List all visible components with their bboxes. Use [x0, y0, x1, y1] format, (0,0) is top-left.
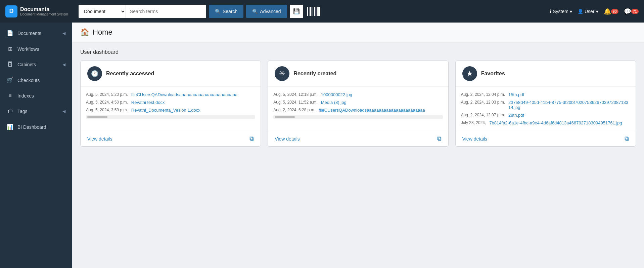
doc-date: Aug. 5, 2024, 4:50 p.m. [86, 100, 128, 105]
favorites-footer: View details ⧉ [456, 131, 636, 146]
search-icon: 🔍 [215, 9, 221, 14]
notifications-area: 🔔 90 [604, 8, 618, 15]
advanced-button[interactable]: 🔍 Advanced [246, 5, 287, 18]
cards-grid: 🕐 Recently accessed Aug. 5, 2024, 5:20 p… [80, 61, 636, 147]
user-avatar-icon: 👤 [578, 9, 583, 14]
doc-date: Aug. 2, 2024, 12:07 p.m. [461, 113, 505, 118]
doc-link[interactable]: fileCUsersQADownloadsaaaaaaaaaaaaaaaaaaa… [319, 108, 425, 113]
barcode-icon [307, 6, 321, 17]
external-link-icon[interactable]: ⧉ [249, 135, 254, 142]
doc-link[interactable]: 1000000022.jpg [321, 92, 352, 97]
main-content: 🏠 Home User dashboard 🕐 Recently accesse… [72, 23, 644, 268]
dashboard-section: User dashboard 🕐 Recently accessed Aug. … [72, 42, 644, 153]
list-item: Aug. 5, 2024, 11:52 a.m. Media (8).jpg [273, 99, 443, 106]
page-header: 🏠 Home [72, 23, 644, 42]
logo-area: D Documanta Document Management System [5, 5, 76, 17]
svg-rect-4 [313, 7, 313, 16]
horizontal-scrollbar[interactable] [273, 115, 443, 119]
recently-accessed-card: 🕐 Recently accessed Aug. 5, 2024, 5:20 p… [80, 61, 261, 147]
search-wrapper: Document All Title Content [79, 5, 206, 18]
tags-icon: 🏷 [7, 108, 13, 114]
search-type-select[interactable]: Document All Title Content [79, 5, 126, 18]
messages-badge: 71 [631, 9, 639, 14]
barcode-button[interactable] [306, 5, 322, 18]
sidebar-item-checkouts[interactable]: 🛒 Checkouts [0, 72, 72, 88]
list-item: Aug. 5, 2024, 12:18 p.m. 1000000022.jpg [273, 91, 443, 99]
horizontal-scrollbar-thumb [87, 116, 107, 118]
recently-accessed-scroll[interactable]: Aug. 5, 2024, 5:20 p.m. fileCUsersQADown… [86, 91, 255, 114]
doc-date: Aug. 2, 2024, 12:03 p.m. [461, 100, 505, 110]
svg-rect-3 [312, 7, 312, 16]
favorites-card: ★ Favorites Aug. 2, 2024, 12:04 p.m. 15t… [455, 61, 636, 147]
sidebar-item-documents[interactable]: 📄 Documents ◀ [0, 25, 72, 41]
recently-created-scroll[interactable]: Aug. 5, 2024, 12:18 p.m. 1000000022.jpg … [273, 91, 443, 114]
sidebar-item-workflows-label: Workflows [17, 46, 39, 52]
sidebar-item-tags-label: Tags [17, 109, 28, 114]
svg-rect-0 [307, 7, 308, 16]
workflows-icon: ⊞ [7, 46, 13, 52]
view-details-link[interactable]: View details [462, 136, 487, 142]
sidebar-item-cabinets-label: Cabinets [17, 62, 36, 67]
sidebar-item-bi-dashboard[interactable]: 📊 BI Dashboard [0, 119, 72, 135]
advanced-icon: 🔍 [252, 9, 258, 14]
doc-link[interactable]: Revathi_Documenta_Vesion 1.docx [131, 108, 200, 113]
horizontal-scrollbar[interactable] [86, 115, 255, 119]
save-button[interactable]: 💾 [290, 5, 303, 18]
list-item: July 23, 2024, 7b814fa2-6a1e-4fbc-a9e4-4… [461, 119, 630, 127]
doc-link[interactable]: 15th.pdf [508, 92, 524, 97]
external-link-icon[interactable]: ⧉ [625, 135, 629, 142]
svg-rect-2 [310, 7, 311, 16]
doc-link[interactable]: Revathi test.docx [131, 100, 165, 105]
sidebar-item-cabinets[interactable]: 🗄 Cabinets ◀ [0, 57, 72, 72]
page-title: Home [93, 28, 112, 37]
clock-icon: 🕐 [91, 70, 98, 77]
search-button[interactable]: 🔍 Search [209, 5, 243, 18]
favorites-body: Aug. 2, 2024, 12:04 p.m. 15th.pdf Aug. 2… [456, 87, 636, 131]
logo-text: Documanta Document Management System [20, 6, 68, 16]
doc-date: Aug. 2, 2024, 6:28 p.m. [273, 108, 315, 113]
doc-date: Aug. 5, 2024, 11:52 a.m. [273, 100, 317, 105]
view-details-link[interactable]: View details [87, 136, 112, 142]
doc-link[interactable]: fileCUsersQADownloadsaaaaaaaaaaaaaaaaaaa… [131, 92, 238, 97]
list-item: Aug. 5, 2024, 4:50 p.m. Revathi test.doc… [86, 99, 255, 106]
recently-created-footer: View details ⧉ [268, 131, 448, 146]
sidebar-item-tags[interactable]: 🏷 Tags ◀ [0, 104, 72, 119]
bell-button[interactable]: 🔔 [604, 8, 611, 15]
list-item: Aug. 5, 2024, 3:59 p.m. Revathi_Document… [86, 106, 255, 114]
doc-link[interactable]: Media (8).jpg [321, 100, 347, 105]
messages-button[interactable]: 💬 [624, 8, 631, 15]
brand-sub: Document Management System [20, 12, 68, 16]
doc-link[interactable]: 28th.pdf [508, 113, 524, 118]
recently-accessed-body: Aug. 5, 2024, 5:20 p.m. fileCUsersQADown… [81, 87, 261, 131]
doc-link[interactable]: 7b814fa2-6a1e-4fbc-a9e4-4d6af6d4813a4687… [489, 120, 622, 125]
list-item: Aug. 5, 2024, 5:20 p.m. fileCUsersQADown… [86, 91, 255, 99]
user-button[interactable]: 👤 User ▾ [578, 9, 598, 14]
recently-accessed-title: Recently accessed [106, 71, 154, 77]
svg-rect-7 [317, 7, 318, 16]
doc-date: Aug. 5, 2024, 12:18 p.m. [273, 92, 317, 97]
doc-link[interactable]: 237e8d49-405d-41b4-8775-df20bf7020753626… [508, 100, 630, 110]
system-button[interactable]: ℹ System ▾ [550, 9, 572, 14]
doc-date: Aug. 5, 2024, 3:59 p.m. [86, 108, 128, 113]
doc-date: Aug. 5, 2024, 5:20 p.m. [86, 92, 128, 97]
sidebar-item-bi-dashboard-label: BI Dashboard [17, 124, 46, 130]
sidebar-item-workflows[interactable]: ⊞ Workflows [0, 41, 72, 57]
advanced-button-label: Advanced [260, 9, 281, 14]
svg-rect-9 [319, 7, 320, 16]
recently-created-header: ✳ Recently created [268, 61, 448, 87]
dashboard-title: User dashboard [80, 49, 636, 55]
sidebar-item-indexes-label: Indexes [17, 93, 34, 99]
view-details-link[interactable]: View details [275, 136, 300, 142]
recently-created-body: Aug. 5, 2024, 12:18 p.m. 1000000022.jpg … [268, 87, 448, 131]
search-input[interactable] [126, 5, 206, 18]
indexes-icon: ≡ [7, 93, 13, 99]
sidebar-item-indexes[interactable]: ≡ Indexes [0, 88, 72, 104]
home-icon: 🏠 [80, 28, 89, 37]
external-link-icon[interactable]: ⧉ [437, 135, 442, 142]
favorites-scroll[interactable]: Aug. 2, 2024, 12:04 p.m. 15th.pdf Aug. 2… [461, 91, 630, 127]
svg-rect-5 [314, 7, 315, 16]
search-button-label: Search [223, 9, 237, 14]
recently-accessed-header: 🕐 Recently accessed [81, 61, 261, 87]
list-item: Aug. 2, 2024, 6:28 p.m. fileCUsersQADown… [273, 106, 443, 114]
favorites-title: Favorites [481, 71, 505, 77]
